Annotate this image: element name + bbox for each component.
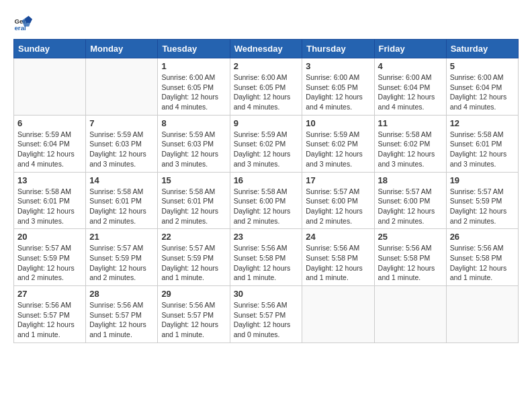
day-detail: Sunrise: 5:56 AM Sunset: 5:57 PM Dayligh…	[89, 300, 154, 340]
day-detail: Sunrise: 5:56 AM Sunset: 5:57 PM Dayligh…	[161, 300, 226, 340]
page-header: Gen eral	[13, 13, 519, 32]
day-number: 22	[161, 232, 226, 242]
day-detail: Sunrise: 6:00 AM Sunset: 6:04 PM Dayligh…	[450, 73, 515, 112]
day-number: 1	[161, 61, 226, 71]
day-number: 26	[450, 232, 515, 242]
day-number: 18	[378, 175, 443, 185]
calendar-cell: 27Sunrise: 5:56 AM Sunset: 5:57 PM Dayli…	[14, 286, 86, 343]
day-detail: Sunrise: 5:56 AM Sunset: 5:58 PM Dayligh…	[234, 243, 299, 283]
day-number: 13	[17, 175, 82, 185]
day-detail: Sunrise: 5:58 AM Sunset: 6:00 PM Dayligh…	[234, 187, 299, 226]
day-detail: Sunrise: 5:57 AM Sunset: 6:00 PM Dayligh…	[306, 187, 370, 226]
calendar-cell: 8Sunrise: 5:59 AM Sunset: 6:03 PM Daylig…	[158, 115, 230, 172]
day-number: 6	[17, 118, 82, 128]
day-number: 8	[161, 118, 226, 128]
day-number: 29	[161, 289, 226, 299]
week-row-3: 13Sunrise: 5:58 AM Sunset: 6:01 PM Dayli…	[14, 172, 519, 229]
day-detail: Sunrise: 5:57 AM Sunset: 5:59 PM Dayligh…	[89, 243, 154, 283]
day-number: 21	[89, 232, 154, 242]
calendar-cell: 11Sunrise: 5:58 AM Sunset: 6:02 PM Dayli…	[374, 115, 446, 172]
day-detail: Sunrise: 5:58 AM Sunset: 6:01 PM Dayligh…	[450, 130, 515, 169]
calendar-cell: 29Sunrise: 5:56 AM Sunset: 5:57 PM Dayli…	[158, 286, 230, 343]
calendar-cell: 16Sunrise: 5:58 AM Sunset: 6:00 PM Dayli…	[230, 172, 302, 229]
day-detail: Sunrise: 5:56 AM Sunset: 5:58 PM Dayligh…	[306, 243, 370, 283]
day-detail: Sunrise: 5:58 AM Sunset: 6:02 PM Dayligh…	[378, 130, 443, 169]
day-detail: Sunrise: 5:56 AM Sunset: 5:58 PM Dayligh…	[450, 243, 515, 283]
calendar-cell: 25Sunrise: 5:56 AM Sunset: 5:58 PM Dayli…	[374, 229, 446, 286]
week-row-2: 6Sunrise: 5:59 AM Sunset: 6:04 PM Daylig…	[14, 115, 519, 172]
day-number: 10	[306, 118, 370, 128]
day-number: 19	[450, 175, 515, 185]
calendar-cell: 7Sunrise: 5:59 AM Sunset: 6:03 PM Daylig…	[86, 115, 158, 172]
calendar-cell: 30Sunrise: 5:56 AM Sunset: 5:57 PM Dayli…	[230, 286, 302, 343]
day-number: 2	[234, 61, 299, 71]
calendar-cell: 20Sunrise: 5:57 AM Sunset: 5:59 PM Dayli…	[14, 229, 86, 286]
calendar-cell: 26Sunrise: 5:56 AM Sunset: 5:58 PM Dayli…	[446, 229, 518, 286]
day-detail: Sunrise: 5:57 AM Sunset: 5:59 PM Dayligh…	[161, 243, 226, 283]
week-row-1: 1Sunrise: 6:00 AM Sunset: 6:05 PM Daylig…	[14, 58, 519, 116]
calendar-cell: 6Sunrise: 5:59 AM Sunset: 6:04 PM Daylig…	[14, 115, 86, 172]
day-detail: Sunrise: 5:59 AM Sunset: 6:04 PM Dayligh…	[17, 130, 82, 169]
day-number: 25	[378, 232, 443, 242]
calendar-cell: 24Sunrise: 5:56 AM Sunset: 5:58 PM Dayli…	[302, 229, 374, 286]
week-row-5: 27Sunrise: 5:56 AM Sunset: 5:57 PM Dayli…	[14, 286, 519, 343]
calendar-cell: 18Sunrise: 5:57 AM Sunset: 6:00 PM Dayli…	[374, 172, 446, 229]
calendar-header-friday: Friday	[374, 40, 446, 58]
calendar-cell: 15Sunrise: 5:58 AM Sunset: 6:01 PM Dayli…	[158, 172, 230, 229]
calendar-cell	[374, 286, 446, 343]
calendar-cell: 22Sunrise: 5:57 AM Sunset: 5:59 PM Dayli…	[158, 229, 230, 286]
calendar-cell: 21Sunrise: 5:57 AM Sunset: 5:59 PM Dayli…	[86, 229, 158, 286]
day-detail: Sunrise: 5:59 AM Sunset: 6:02 PM Dayligh…	[306, 130, 370, 169]
day-number: 28	[89, 289, 154, 299]
calendar-cell: 17Sunrise: 5:57 AM Sunset: 6:00 PM Dayli…	[302, 172, 374, 229]
day-number: 15	[161, 175, 226, 185]
day-detail: Sunrise: 5:56 AM Sunset: 5:57 PM Dayligh…	[17, 300, 82, 340]
day-detail: Sunrise: 6:00 AM Sunset: 6:05 PM Dayligh…	[306, 73, 370, 112]
day-number: 16	[234, 175, 299, 185]
day-detail: Sunrise: 5:59 AM Sunset: 6:03 PM Dayligh…	[161, 130, 226, 169]
calendar-cell: 1Sunrise: 6:00 AM Sunset: 6:05 PM Daylig…	[158, 58, 230, 116]
day-detail: Sunrise: 5:58 AM Sunset: 6:01 PM Dayligh…	[161, 187, 226, 226]
day-detail: Sunrise: 5:56 AM Sunset: 5:57 PM Dayligh…	[234, 300, 299, 340]
day-detail: Sunrise: 5:57 AM Sunset: 5:59 PM Dayligh…	[450, 187, 515, 226]
day-number: 7	[89, 118, 154, 128]
day-number: 27	[17, 289, 82, 299]
day-number: 3	[306, 61, 370, 71]
day-number: 20	[17, 232, 82, 242]
calendar-header-sunday: Sunday	[14, 40, 86, 58]
day-number: 4	[378, 61, 443, 71]
day-detail: Sunrise: 6:00 AM Sunset: 6:05 PM Dayligh…	[161, 73, 226, 112]
day-number: 23	[234, 232, 299, 242]
calendar-cell: 14Sunrise: 5:58 AM Sunset: 6:01 PM Dayli…	[86, 172, 158, 229]
calendar-header-wednesday: Wednesday	[230, 40, 302, 58]
calendar-header-saturday: Saturday	[446, 40, 518, 58]
day-detail: Sunrise: 6:00 AM Sunset: 6:04 PM Dayligh…	[378, 73, 443, 112]
calendar-cell: 12Sunrise: 5:58 AM Sunset: 6:01 PM Dayli…	[446, 115, 518, 172]
calendar-cell: 10Sunrise: 5:59 AM Sunset: 6:02 PM Dayli…	[302, 115, 374, 172]
logo: Gen eral	[13, 13, 35, 32]
day-number: 9	[234, 118, 299, 128]
calendar-cell: 4Sunrise: 6:00 AM Sunset: 6:04 PM Daylig…	[374, 58, 446, 116]
calendar-header-monday: Monday	[86, 40, 158, 58]
calendar-header-tuesday: Tuesday	[158, 40, 230, 58]
day-number: 14	[89, 175, 154, 185]
calendar-header-row: SundayMondayTuesdayWednesdayThursdayFrid…	[14, 40, 519, 58]
calendar-cell	[14, 58, 86, 116]
day-detail: Sunrise: 5:59 AM Sunset: 6:03 PM Dayligh…	[89, 130, 154, 169]
calendar-cell	[86, 58, 158, 116]
calendar-cell: 5Sunrise: 6:00 AM Sunset: 6:04 PM Daylig…	[446, 58, 518, 116]
day-detail: Sunrise: 5:59 AM Sunset: 6:02 PM Dayligh…	[234, 130, 299, 169]
calendar-cell	[446, 286, 518, 343]
day-number: 30	[234, 289, 299, 299]
calendar-cell: 23Sunrise: 5:56 AM Sunset: 5:58 PM Dayli…	[230, 229, 302, 286]
week-row-4: 20Sunrise: 5:57 AM Sunset: 5:59 PM Dayli…	[14, 229, 519, 286]
day-detail: Sunrise: 5:57 AM Sunset: 5:59 PM Dayligh…	[17, 243, 82, 283]
day-number: 12	[450, 118, 515, 128]
day-number: 11	[378, 118, 443, 128]
calendar-cell: 28Sunrise: 5:56 AM Sunset: 5:57 PM Dayli…	[86, 286, 158, 343]
calendar-cell: 2Sunrise: 6:00 AM Sunset: 6:05 PM Daylig…	[230, 58, 302, 116]
calendar-header-thursday: Thursday	[302, 40, 374, 58]
calendar: SundayMondayTuesdayWednesdayThursdayFrid…	[13, 39, 519, 343]
day-detail: Sunrise: 6:00 AM Sunset: 6:05 PM Dayligh…	[234, 73, 299, 112]
calendar-cell: 13Sunrise: 5:58 AM Sunset: 6:01 PM Dayli…	[14, 172, 86, 229]
